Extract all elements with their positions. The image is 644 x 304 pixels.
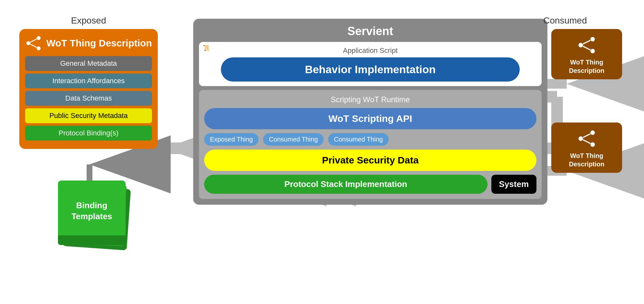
- td-row-general-metadata: General Metadata: [25, 56, 152, 71]
- svg-line-15: [30, 44, 37, 47]
- svg-point-18: [591, 49, 595, 54]
- diagram-container: Exposed WoT Thing Description General Me…: [0, 0, 644, 304]
- runtime-title: Scripting WoT Runtime: [204, 95, 536, 104]
- scroll-icon: 📜: [203, 44, 210, 52]
- exposed-thing-chip: Exposed Thing: [204, 133, 259, 146]
- svg-point-17: [591, 37, 595, 42]
- consumed-section-label: Consumed: [533, 15, 597, 26]
- binding-templates-label: BindingTemplates: [71, 200, 112, 222]
- wot-td-right-top-box: WoT ThingDescription: [551, 29, 622, 79]
- scripting-api-btn: WoT Scripting API: [204, 108, 536, 129]
- app-script-label: Application Script: [204, 46, 536, 55]
- svg-line-24: [583, 134, 590, 138]
- wot-td-left-title-text: WoT Thing Description: [46, 37, 152, 49]
- svg-line-14: [30, 39, 37, 42]
- td-row-public-security: Public Security Metadata: [25, 108, 152, 123]
- svg-line-19: [583, 40, 590, 44]
- svg-point-13: [37, 46, 41, 50]
- td-row-protocol-bindings: Protocol Binding(s): [25, 126, 152, 141]
- binding-paper-bottom: [58, 235, 126, 245]
- system-btn: System: [491, 175, 537, 194]
- binding-templates-wrap: BindingTemplates: [58, 181, 129, 245]
- svg-point-22: [591, 131, 595, 135]
- app-script-area: Application Script 📜 Behavior Implementa…: [199, 42, 542, 86]
- svg-point-11: [26, 41, 30, 45]
- exposed-section-label: Exposed: [47, 15, 130, 26]
- svg-line-20: [583, 46, 590, 50]
- wot-share-icon-right-bottom: [577, 129, 596, 148]
- private-security-btn: Private Security Data: [204, 150, 536, 171]
- thing-chips-row: Exposed Thing Consumed Thing Consumed Th…: [204, 133, 536, 146]
- svg-point-23: [591, 142, 595, 147]
- runtime-area: Scripting WoT Runtime WoT Scripting API …: [199, 90, 542, 199]
- wot-share-icon-left: [25, 35, 42, 52]
- wot-td-left-title: WoT Thing Description: [25, 35, 152, 52]
- binding-paper-front: BindingTemplates: [58, 181, 126, 242]
- wot-td-right-bottom-text: WoT ThingDescription: [569, 152, 604, 168]
- wot-td-right-top-text: WoT ThingDescription: [569, 58, 604, 75]
- wot-share-icon-right-top: [577, 35, 596, 55]
- td-row-data-schemas: Data Schemas: [25, 91, 152, 106]
- servient-box: Servient Application Script 📜 Behavior I…: [193, 19, 547, 205]
- bottom-row: Protocol Stack Implementation System: [204, 175, 536, 194]
- protocol-stack-btn: Protocol Stack Implementation: [204, 175, 488, 194]
- servient-title: Servient: [199, 25, 542, 38]
- td-row-interaction-affordances: Interaction Affordances: [25, 74, 152, 88]
- svg-point-16: [579, 43, 583, 47]
- wot-td-right-bottom-box: WoT ThingDescription: [551, 123, 622, 173]
- svg-point-21: [579, 136, 583, 141]
- consumed-thing-chip-1: Consumed Thing: [263, 133, 324, 146]
- svg-point-12: [37, 36, 41, 40]
- behavior-implementation-btn: Behavior Implementation: [221, 57, 520, 82]
- svg-line-25: [583, 140, 590, 143]
- consumed-thing-chip-2: Consumed Thing: [328, 133, 389, 146]
- wot-td-left-box: WoT Thing Description General Metadata I…: [19, 29, 158, 149]
